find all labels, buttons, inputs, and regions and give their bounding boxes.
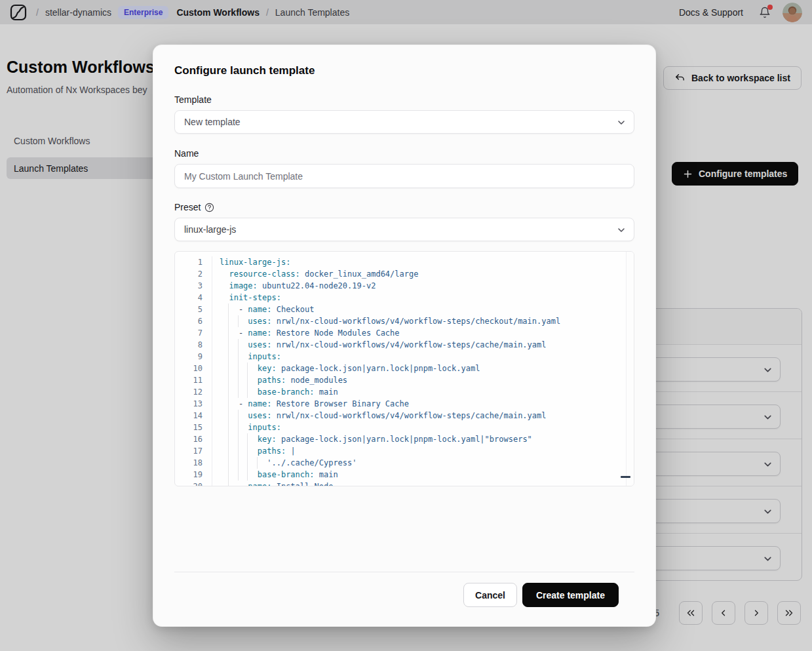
editor-scrollbar-thumb[interactable] [621,476,630,478]
line-number: 3 [175,280,203,292]
line-number: 19 [175,469,203,481]
preset-select[interactable]: linux-large-js [174,218,634,241]
code-line: 3image: ubuntu22.04-node20.19-v2 [175,280,634,292]
line-number: 7 [175,327,203,339]
line-number: 1 [175,256,203,268]
code-line: 5- name: Checkout [175,304,634,315]
code-line: 9inputs: [175,351,634,363]
yaml-code-editor[interactable]: 1linux-large-js:2resource-class: docker_… [174,251,634,486]
line-number: 6 [175,315,203,327]
code-line: 17paths: | [175,445,634,457]
help-circle-icon[interactable] [204,203,214,212]
line-number: 14 [175,410,203,422]
code-line: 15inputs: [175,422,634,433]
line-number: 2 [175,268,203,280]
line-number: 11 [175,374,203,386]
code-line: 18'../.cache/Cypress' [175,457,634,469]
line-number: 4 [175,292,203,304]
line-number: 18 [175,457,203,469]
code-line: 4init-steps: [175,292,634,304]
configure-launch-template-modal: Configure launch template Template New t… [153,45,656,627]
line-number: 15 [175,422,203,433]
modal-title: Configure launch template [174,64,634,79]
line-number: 16 [175,433,203,445]
code-line: 20- name: Install Node [175,481,634,486]
line-number: 9 [175,351,203,363]
code-line: 6uses: nrwl/nx-cloud-workflows/v4/workfl… [175,315,634,327]
chevron-down-icon [616,117,627,128]
create-template-button[interactable]: Create template [522,583,619,607]
cancel-button[interactable]: Cancel [463,583,517,607]
code-line: 2resource-class: docker_linux_amd64/larg… [175,268,634,280]
template-select-value: New template [184,117,241,127]
code-line: 13- name: Restore Browser Binary Cache [175,398,634,410]
template-select[interactable]: New template [174,110,634,134]
code-line: 8uses: nrwl/nx-cloud-workflows/v4/workfl… [175,339,634,351]
line-number: 20 [175,481,203,486]
name-input[interactable]: My Custom Launch Template [174,164,634,188]
preset-label-text: Preset [174,202,201,212]
code-line: 16key: package-lock.json|yarn.lock|pnpm-… [175,433,634,445]
code-line: 14uses: nrwl/nx-cloud-workflows/v4/workf… [175,410,634,422]
line-number: 12 [175,386,203,398]
code-line: 19base-branch: main [175,469,634,481]
preset-field-label: Preset [174,201,634,214]
line-number: 8 [175,339,203,351]
preset-select-value: linux-large-js [184,224,236,235]
line-number: 13 [175,398,203,410]
code-line: 11paths: node_modules [175,374,634,386]
code-line: 12base-branch: main [175,386,634,398]
line-number: 5 [175,304,203,315]
template-field-label: Template [174,93,634,106]
line-number: 17 [175,445,203,457]
code-line: 10key: package-lock.json|yarn.lock|pnpm-… [175,363,634,374]
name-field-label: Name [174,147,634,160]
line-number: 10 [175,363,203,374]
chevron-down-icon [616,225,627,235]
code-line: 7- name: Restore Node Modules Cache [175,327,634,339]
name-input-value: My Custom Launch Template [184,171,303,182]
editor-scrollbar[interactable] [626,252,634,486]
code-line: 1linux-large-js: [175,256,634,268]
